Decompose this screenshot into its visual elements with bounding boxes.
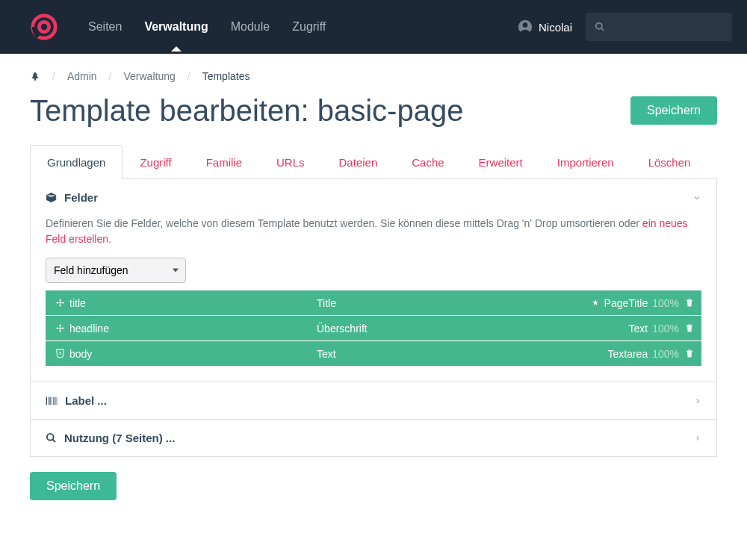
field-row[interactable]: titleTitlePageTitle100% [46, 290, 701, 315]
field-width: 100% [652, 297, 679, 309]
svg-text:5: 5 [58, 351, 61, 355]
svg-point-4 [596, 23, 602, 29]
user-icon [518, 19, 533, 34]
chevron-right-icon [694, 397, 701, 405]
usage-title: Nutzung (7 Seiten) ... [64, 432, 175, 444]
save-button-top[interactable]: Speichern [630, 96, 717, 125]
logo-icon [30, 13, 58, 41]
field-type: Textarea [607, 348, 648, 360]
svg-point-3 [523, 22, 528, 28]
chevron-right-icon [694, 435, 701, 442]
breadcrumb-sep: / [52, 70, 55, 82]
barcode-icon [46, 396, 58, 406]
tabs: Grundlagen Zugriff Familie URLs Dateien … [30, 145, 717, 179]
user-name: Nicolai [539, 21, 572, 34]
plugin-icon [591, 299, 600, 308]
svg-rect-13 [57, 396, 58, 405]
field-width: 100% [652, 323, 679, 335]
label-header[interactable]: Label ... [31, 382, 716, 419]
field-name: headline [66, 323, 317, 335]
user-menu[interactable]: Nicolai [518, 19, 572, 34]
main-nav: Seiten Verwaltung Module Zugriff [88, 2, 326, 52]
svg-rect-12 [55, 396, 55, 405]
tab-familie[interactable]: Familie [189, 145, 259, 179]
tab-importieren[interactable]: Importieren [540, 145, 631, 179]
field-width: 100% [652, 348, 679, 360]
chevron-down-icon [692, 193, 701, 202]
page-title: Template bearbeiten: basic-page [30, 94, 463, 127]
svg-line-15 [52, 439, 55, 442]
cube-icon [46, 192, 57, 203]
breadcrumb-sep: / [187, 70, 190, 82]
search-icon [46, 432, 57, 444]
search-input[interactable] [611, 22, 723, 33]
save-button-bottom[interactable]: Speichern [30, 472, 117, 500]
field-label: Title [317, 297, 591, 309]
field-type: PageTitle [604, 297, 648, 309]
move-icon[interactable] [53, 298, 66, 308]
svg-point-14 [47, 434, 54, 441]
tab-urls[interactable]: URLs [259, 145, 322, 179]
felder-help: Definieren Sie die Felder, welche von di… [46, 216, 701, 247]
field-type: Text [629, 323, 648, 335]
breadcrumb: / Admin / Verwaltung / Templates [30, 70, 717, 82]
trash-icon[interactable] [685, 298, 694, 308]
nav-item-zugriff[interactable]: Zugriff [292, 2, 326, 52]
label-title: Label ... [65, 394, 107, 407]
nav-item-verwaltung[interactable]: Verwaltung [144, 2, 208, 52]
add-field-select[interactable]: Feld hinzufügen [46, 258, 186, 283]
search-box[interactable] [586, 13, 732, 41]
breadcrumb-verwaltung[interactable]: Verwaltung [123, 70, 175, 82]
breadcrumb-current: Templates [202, 70, 250, 82]
trash-icon[interactable] [685, 323, 694, 333]
svg-rect-11 [53, 396, 54, 405]
tab-erweitert[interactable]: Erweitert [462, 145, 540, 179]
tab-loeschen[interactable]: Löschen [631, 145, 708, 179]
tab-zugriff[interactable]: Zugriff [123, 145, 188, 179]
svg-point-1 [39, 22, 49, 31]
svg-rect-10 [52, 396, 52, 405]
move-icon[interactable] [53, 323, 66, 333]
html5-icon[interactable]: 5 [53, 349, 66, 358]
felder-title: Felder [64, 191, 98, 204]
search-icon [595, 22, 605, 32]
svg-rect-9 [49, 396, 50, 405]
svg-rect-8 [48, 396, 49, 405]
usage-header[interactable]: Nutzung (7 Seiten) ... [31, 420, 716, 456]
svg-line-5 [601, 28, 604, 31]
nav-item-seiten[interactable]: Seiten [88, 2, 122, 52]
breadcrumb-sep: / [109, 70, 112, 82]
field-label: Überschrift [317, 323, 629, 335]
field-row[interactable]: 5bodyTextTextarea100% [46, 341, 701, 366]
field-name: title [66, 297, 317, 309]
field-label: Text [317, 348, 607, 360]
field-name: body [66, 348, 317, 360]
field-row[interactable]: headlineÜberschriftText100% [46, 316, 701, 340]
svg-rect-7 [46, 396, 47, 405]
tab-dateien[interactable]: Dateien [322, 145, 395, 179]
tab-grundlagen[interactable]: Grundlagen [30, 145, 123, 179]
felder-header[interactable]: Felder [31, 179, 716, 216]
trash-icon[interactable] [685, 349, 694, 358]
tab-cache[interactable]: Cache [394, 145, 461, 179]
breadcrumb-admin[interactable]: Admin [67, 70, 97, 82]
nav-item-module[interactable]: Module [231, 2, 270, 52]
tree-icon[interactable] [30, 71, 40, 81]
